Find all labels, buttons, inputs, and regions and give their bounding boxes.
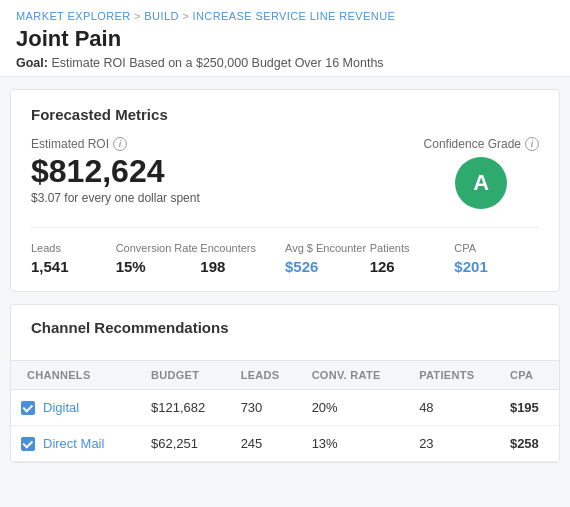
breadcrumb-part2[interactable]: BUILD xyxy=(144,10,178,22)
channel-recommendations-card: Channel Recommendations CHANNELSBUDGETLE… xyxy=(10,304,560,463)
roi-label-row: Estimated ROI i xyxy=(31,137,200,151)
roi-section: Estimated ROI i $812,624 $3.07 for every… xyxy=(31,137,200,205)
metric-label: Encounters xyxy=(200,242,285,254)
metrics-bottom-row: Leads 1,541 Conversion Rate 15% Encounte… xyxy=(31,227,539,275)
channel-table: CHANNELSBUDGETLEADSCONV. RATEPATIENTSCPA… xyxy=(11,360,559,462)
channel-budget: $62,251 xyxy=(141,426,231,462)
channel-table-row: Direct Mail $62,25124513%23$258 xyxy=(11,426,559,462)
channel-cpa: $258 xyxy=(500,426,559,462)
channel-header-row: CHANNELSBUDGETLEADSCONV. RATEPATIENTSCPA xyxy=(11,361,559,390)
breadcrumb-sep1: > xyxy=(131,10,145,22)
confidence-section: Confidence Grade i A xyxy=(424,137,539,209)
breadcrumb: MARKET EXPLORER > BUILD > INCREASE SERVI… xyxy=(16,10,554,22)
metric-label: CPA xyxy=(454,242,539,254)
metric-value: $201 xyxy=(454,258,539,275)
breadcrumb-sep2: > xyxy=(179,10,193,22)
metric-label: Leads xyxy=(31,242,116,254)
channel-table-head: CHANNELSBUDGETLEADSCONV. RATEPATIENTSCPA xyxy=(11,361,559,390)
roi-label-text: Estimated ROI xyxy=(31,137,109,151)
channel-col-header: CONV. RATE xyxy=(302,361,410,390)
confidence-grade: A xyxy=(473,170,489,196)
confidence-label-text: Confidence Grade xyxy=(424,137,521,151)
channel-col-header: PATIENTS xyxy=(409,361,500,390)
metric-item: Leads 1,541 xyxy=(31,242,116,275)
channel-name-cell: Digital xyxy=(11,390,141,426)
metric-value: 198 xyxy=(200,258,285,275)
metric-label: Patients xyxy=(370,242,455,254)
breadcrumb-part1[interactable]: MARKET EXPLORER xyxy=(16,10,131,22)
roi-info-icon[interactable]: i xyxy=(113,137,127,151)
channel-col-header: LEADS xyxy=(231,361,302,390)
channel-patients: 23 xyxy=(409,426,500,462)
breadcrumb-part3[interactable]: INCREASE SERVICE LINE REVENUE xyxy=(193,10,396,22)
channel-col-header: BUDGET xyxy=(141,361,231,390)
channel-link[interactable]: Direct Mail xyxy=(43,436,104,451)
channel-leads: 730 xyxy=(231,390,302,426)
metric-value: 126 xyxy=(370,258,455,275)
channel-leads: 245 xyxy=(231,426,302,462)
goal-label: Goal: xyxy=(16,56,48,70)
metric-item: CPA $201 xyxy=(454,242,539,275)
header-section: MARKET EXPLORER > BUILD > INCREASE SERVI… xyxy=(0,0,570,77)
metric-label: Conversion Rate xyxy=(116,242,201,254)
channel-section-title: Channel Recommendations xyxy=(31,319,539,336)
channel-conv-rate: 13% xyxy=(302,426,410,462)
channel-table-body: Digital $121,68273020%48$195 Direct Mail… xyxy=(11,390,559,462)
metric-value: $526 xyxy=(285,258,370,275)
goal-text: Goal: Estimate ROI Based on a $250,000 B… xyxy=(16,56,554,70)
channel-name-cell: Direct Mail xyxy=(11,426,141,462)
page-title: Joint Pain xyxy=(16,26,554,52)
channel-cpa: $195 xyxy=(500,390,559,426)
channel-col-header: CPA xyxy=(500,361,559,390)
metric-value: 1,541 xyxy=(31,258,116,275)
channel-header: Channel Recommendations xyxy=(11,305,559,360)
channel-table-row: Digital $121,68273020%48$195 xyxy=(11,390,559,426)
goal-description: Estimate ROI Based on a $250,000 Budget … xyxy=(51,56,383,70)
channel-link[interactable]: Digital xyxy=(43,400,79,415)
channel-checkbox[interactable] xyxy=(21,437,35,451)
channel-patients: 48 xyxy=(409,390,500,426)
metric-value: 15% xyxy=(116,258,201,275)
channel-conv-rate: 20% xyxy=(302,390,410,426)
metric-label: Avg $ Encounter xyxy=(285,242,370,254)
metric-item: Encounters 198 xyxy=(200,242,285,275)
confidence-info-icon[interactable]: i xyxy=(525,137,539,151)
roi-value: $812,624 xyxy=(31,155,200,187)
metric-item: Avg $ Encounter $526 xyxy=(285,242,370,275)
roi-sub: $3.07 for every one dollar spent xyxy=(31,191,200,205)
metric-item: Patients 126 xyxy=(370,242,455,275)
channel-checkbox[interactable] xyxy=(21,401,35,415)
metrics-top-row: Estimated ROI i $812,624 $3.07 for every… xyxy=(31,137,539,209)
channel-budget: $121,682 xyxy=(141,390,231,426)
confidence-label-row: Confidence Grade i xyxy=(424,137,539,151)
confidence-grade-circle: A xyxy=(455,157,507,209)
metric-item: Conversion Rate 15% xyxy=(116,242,201,275)
forecasted-section-title: Forecasted Metrics xyxy=(31,106,539,123)
forecasted-metrics-card: Forecasted Metrics Estimated ROI i $812,… xyxy=(10,89,560,292)
channel-col-header: CHANNELS xyxy=(11,361,141,390)
